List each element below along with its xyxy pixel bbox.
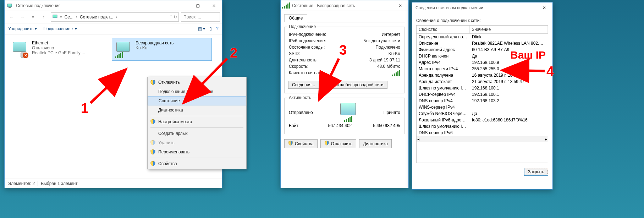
menu-separator [150,116,243,116]
preview-pane-button[interactable]: ▯ [209,26,212,31]
cell-value: 192.168.103.2 [470,98,548,104]
group-connection: Подключение IPv4-подключение:ИнтернетIPv… [284,27,405,93]
ethernet-icon: ✕ [11,40,28,58]
search-input[interactable]: Поиск: ... [181,12,220,22]
wireless-status-window: Состояние - Беспроводная сеть ✕ Общие По… [280,0,409,188]
cell-value [470,104,548,110]
nav-recent-button[interactable]: ▾ [28,12,38,22]
group-legend: Подключение [287,24,317,29]
kv-value: Интернет [382,32,400,37]
wifi-icon [114,40,132,58]
chevron-down-icon[interactable]: ˅ [170,15,172,20]
group-activity: Активность Отправлено Принято Байт: 567 … [284,98,405,134]
titlebar[interactable]: Состояние - Беспроводная сеть ✕ [281,0,408,11]
chevron-right-icon: › [76,15,77,20]
kv-value: Ku-Ku [389,51,400,56]
menu-disable[interactable]: Отключить [148,78,246,87]
table-row: DNS-сервер IPv6 [417,130,548,136]
titlebar[interactable]: Сведения о сетевом подключении ✕ [412,2,552,13]
connection-wifi[interactable]: Беспроводная сеть Ku-Ku [112,38,212,61]
table-row: DHCP-сервер IPv4192.168.100.1 [417,91,548,98]
address-bar[interactable]: « Се... › Сетевые подкл... › ˅ ↻ [51,12,179,22]
minimize-button[interactable]: ─ [173,0,189,11]
cell-value: fe80::c1ed:6360:186:f7f0%16 [470,117,548,123]
close-dialog-button[interactable]: Закрыть [524,168,548,176]
horizontal-scrollbar[interactable]: ◂ ▸ [417,136,548,142]
titlebar[interactable]: Сетевые подключения ─ ▢ ✕ [5,0,222,11]
bytes-recv: 5 450 982 495 [373,123,400,128]
scroll-right-icon[interactable]: ▸ [545,137,547,142]
connect-to-button[interactable]: Подключение к ▾ [43,26,77,31]
cell-property: Аренда получена [417,72,470,78]
nav-up-button[interactable]: ↑ [39,12,49,22]
close-button[interactable]: ✕ [392,0,408,11]
annotation-number-2: 2 [230,45,237,61]
close-button[interactable]: ✕ [536,2,552,13]
breadcrumb-icon [53,14,58,21]
cell-property: Адрес IPv4 [417,59,470,66]
cell-value [470,123,548,130]
shield-icon [288,141,293,147]
disable-button[interactable]: Отключить [320,139,357,148]
tab-host: Общие [284,14,405,22]
chevron-right-icon: › [116,15,117,20]
refresh-icon[interactable]: ↻ [174,15,177,20]
menu-rename[interactable]: Переименовать [148,147,246,157]
diagnostics-button[interactable]: Диагностика [359,139,392,148]
nav-back-button[interactable]: ← [7,12,17,22]
activity-icon [340,103,356,122]
details-grid: Свойство Значение Определенный для подк.… [416,25,548,163]
column-value[interactable]: Значение [470,26,548,33]
help-button[interactable]: ? [216,26,219,31]
tab-general[interactable]: Общие [284,14,307,22]
activity-recv-label: Принято [384,110,400,115]
menu-create-shortcut[interactable]: Создать ярлык [148,129,246,138]
breadcrumb-seg2[interactable]: Сетевые подкл... [79,15,114,20]
bytes-label: Байт: [289,123,299,128]
scroll-left-icon[interactable]: ◂ [417,137,419,142]
annotation-number-3: 3 [339,43,347,58]
maximize-button[interactable]: ▢ [189,0,206,11]
cell-property: Шлюз по умолчанию IPv6 [417,123,470,130]
cell-value: Dlink [470,34,548,40]
activity-sent-label: Отправлено [289,110,313,115]
menu-properties[interactable]: Свойства [148,159,246,168]
window-title: Сетевые подключения [15,3,173,8]
cell-property: Физический адрес [417,47,470,53]
search-placeholder: Поиск: ... [183,15,201,20]
connection-name: Ethernet [32,40,85,45]
cell-property: Определенный для подк... [417,34,470,40]
wifi-properties-button[interactable]: Свойства беспроводной сети [322,81,387,89]
connection-ethernet[interactable]: ✕ Ethernet Отключено Realtek PCIe GbE Fa… [8,38,108,61]
menu-bridge[interactable]: Настройка моста [148,117,246,126]
organize-button[interactable]: Упорядочить ▾ [8,26,37,31]
shield-icon [150,161,156,167]
kv-key: Скорость: [289,64,308,69]
signal-bars-icon [392,70,400,77]
menu-diagnostics[interactable]: Диагностика [148,105,246,115]
menu-separator [150,158,243,158]
nav-forward-button[interactable]: → [17,12,27,22]
menu-delete: Удалить [148,138,246,147]
chevron-left-icon: « [60,15,62,20]
breadcrumb-seg1[interactable]: Се... [64,15,75,20]
cell-value: Да [470,110,548,117]
toolbar: Упорядочить ▾ Подключение к ▾ ▤ ▾ ▯ ? [5,23,222,34]
kv-key: IPv4-подключение: [289,32,326,37]
kv-row: Скорость:48.0 Мбит/с [289,64,400,69]
properties-button[interactable]: Свойства [284,139,318,148]
cell-property: WINS-сервер IPv4 [417,104,470,110]
status-bar: Элементов: 2 Выбран 1 элемент [5,179,222,188]
address-row: ← → ▾ ↑ « Се... › Сетевые подкл... › ˅ ↻… [5,11,222,23]
menu-connect-disconnect[interactable]: Подключение / Отключение [148,87,246,96]
cell-value: 21 августа 2019 г. 13:59:47 [470,78,548,85]
cell-value: Realtek 8821AE Wireless LAN 802.11ac PCI [470,40,548,47]
close-button[interactable]: ✕ [206,0,222,11]
details-button[interactable]: Сведения... [288,81,319,89]
column-property[interactable]: Свойство [417,26,470,33]
kv-value: 3 дней 19:07:11 [369,58,400,62]
menu-state[interactable]: Состояние [148,96,246,105]
kv-row: Длительность:3 дней 19:07:11 [289,58,400,62]
menu-separator [150,127,243,128]
view-button[interactable]: ▤ ▾ [198,26,205,31]
